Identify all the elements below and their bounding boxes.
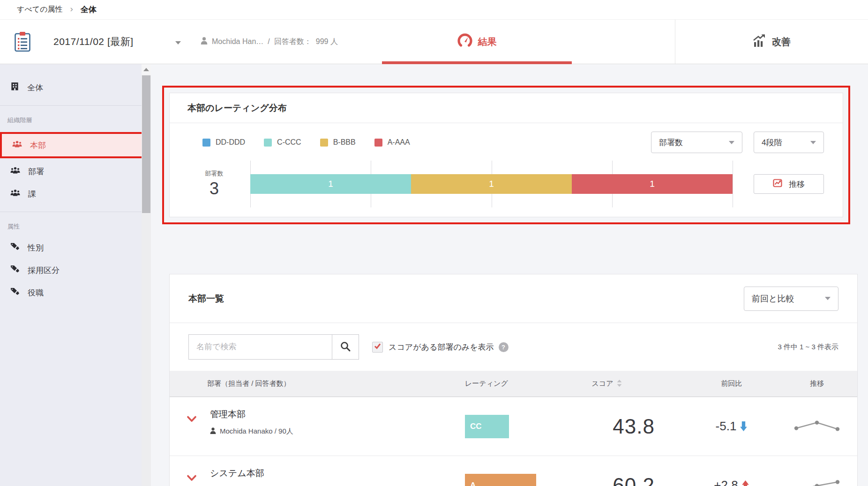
sidebar-item-label: 全体 [27,82,43,93]
sidebar-item-label: 性別 [28,243,44,253]
survey-date-label: 2017/11/02 [最新] [53,35,134,48]
axis-label: 部署数 [188,169,240,178]
sidebar-item-position[interactable]: 役職 [0,281,151,304]
breadcrumb-separator-icon: › [70,4,73,14]
legend-label: C-CCC [277,138,301,147]
people-group-icon [10,167,20,177]
expand-chevron-icon[interactable] [187,475,197,483]
legend-swatch-a [374,139,382,147]
sidebar-item-ka[interactable]: 課 [0,183,151,205]
sidebar-item-recruit-type[interactable]: 採用区分 [0,259,151,281]
sidebar-item-gender[interactable]: 性別 [0,236,151,259]
sidebar-item-overall[interactable]: 全体 [0,76,151,99]
dept-name[interactable]: 管理本部 [210,408,465,420]
delta-value: -5.1 [716,419,737,434]
legend-label: A-AAA [388,138,410,147]
dept-name[interactable]: システム本部 [210,467,465,479]
column-header-rating: レーティング [465,379,554,388]
survey-clipboard-icon[interactable] [14,31,31,54]
score-filter-label: スコアがある部署のみを表示 [389,342,494,353]
scale-select-value: 4段階 [762,137,782,148]
score-value: 60.2 [554,456,659,486]
rating-legend: DD-DDD C-CCC B-BBB A-AAA [188,132,824,153]
gauge-icon [457,33,472,51]
bar-segment-value: 1 [650,179,655,189]
annotation-highlight-rating-card: 本部のレーティング分布 DD-DDD C-CCC B-B [162,86,850,224]
breadcrumb-current: 全体 [81,4,97,15]
bar-segment-value: 1 [489,179,494,189]
scale-select[interactable]: 4段階 [754,132,824,153]
scroll-up-button[interactable] [142,64,151,75]
bar-segment-c[interactable]: 1 [250,174,411,194]
tab-results[interactable]: 結果 [382,20,572,64]
respondents-label: 回答者数： [274,37,312,47]
bar-segment-b[interactable]: 1 [411,174,572,194]
sidebar-item-honbu[interactable]: 本部 [2,134,142,156]
sidebar-item-label: 役職 [28,287,44,298]
tags-icon [10,287,20,298]
people-group-icon [12,140,22,150]
search-icon [340,341,351,353]
rating-card-title: 本部のレーティング分布 [170,93,843,123]
arrow-up-icon [741,480,749,486]
people-group-icon [10,189,20,199]
bar-segment-value: 1 [328,179,333,189]
person-icon [210,427,216,435]
tab-improve-label: 改善 [772,36,791,48]
line-chart-icon [773,178,784,190]
trend-button[interactable]: 推移 [754,174,824,194]
rating-badge: CC [465,415,509,438]
expand-chevron-icon[interactable] [187,416,197,424]
score-filter-checkbox[interactable] [372,342,383,353]
chart-axis-block: 部署数 3 [188,169,240,199]
compare-select[interactable]: 前回と比較 [744,287,838,311]
legend-item: DD-DDD [202,138,245,147]
stacked-bar: 1 1 1 [250,174,733,194]
rating-badge: A [465,474,536,486]
arrow-down-icon [740,421,748,432]
stacked-bar-chart: 1 1 1 [250,161,733,207]
sidebar-divider [0,105,142,106]
unit-select[interactable]: 部署数 [651,132,742,153]
delta-value: +2.8 [714,478,738,486]
building-icon [10,82,19,93]
tags-icon [10,265,20,275]
chevron-down-icon [729,141,734,144]
legend-label: DD-DDD [216,138,245,147]
result-count: 3 件中 1 ~ 3 件表示 [778,343,838,352]
trend-sparkline[interactable] [793,416,841,437]
breadcrumb-root[interactable]: すべての属性 [17,5,63,15]
dept-meta-text: Mochida Hanako / 90人 [220,427,293,436]
help-icon[interactable]: ? [499,342,509,352]
legend-swatch-b [320,139,328,147]
legend-item: C-CCC [264,138,301,147]
person-icon [201,37,208,46]
survey-caret-icon[interactable] [175,41,181,44]
sidebar: 全体 組織階層 本部 [0,64,151,486]
list-toolbar: スコアがある部署のみを表示 ? 3 件中 1 ~ 3 件表示 [170,323,857,371]
bar-segment-a[interactable]: 1 [572,174,733,194]
tags-icon [10,243,20,253]
search-input[interactable] [188,334,332,360]
axis-total: 3 [188,179,240,199]
column-header-score[interactable]: スコア [554,379,659,389]
improve-chart-icon [752,34,766,49]
legend-swatch-c [264,139,272,147]
sidebar-divider [0,212,142,212]
main-content: 本部のレーティング分布 DD-DDD C-CCC B-B [151,64,868,486]
trend-sparkline[interactable] [793,475,841,486]
sidebar-item-label: 本部 [30,140,46,151]
owner-separator: / [268,37,269,46]
trend-button-label: 推移 [789,179,805,190]
scrollbar-thumb[interactable] [142,75,150,213]
column-header-score-label: スコア [591,379,613,388]
search-button[interactable] [332,334,359,360]
department-list-card: 本部一覧 前回と比較 [169,274,858,486]
column-header-dept: 部署（担当者 / 回答者数） [170,379,465,388]
survey-selector[interactable]: 2017/11/02 [最新] [53,20,134,64]
column-header-trend: 推移 [777,379,857,388]
sort-icon[interactable] [617,379,622,389]
sidebar-item-busho[interactable]: 部署 [0,160,151,183]
sidebar-scrollbar[interactable] [142,64,151,486]
tab-improve[interactable]: 改善 [675,20,868,64]
